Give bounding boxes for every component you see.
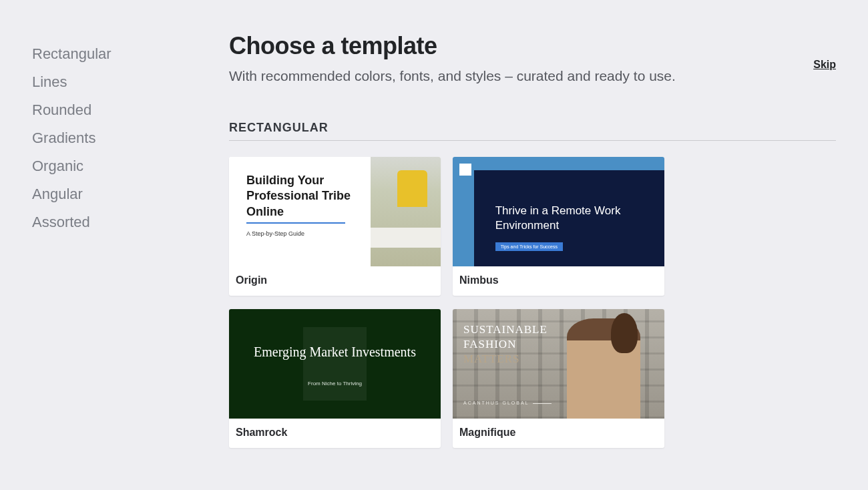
sidebar-item-lines[interactable]: Lines	[32, 68, 197, 96]
accent-block	[303, 327, 367, 401]
sidebar-item-organic[interactable]: Organic	[32, 152, 197, 180]
template-card-magnifique[interactable]: SUSTAINABLE FASHION MATTERS ACANTHUS GLO…	[453, 309, 664, 448]
template-card-nimbus[interactable]: Thrive in a Remote Work Environment Tips…	[453, 157, 664, 296]
sidebar-item-rectangular[interactable]: Rectangular	[32, 40, 197, 68]
page-title: Choose a template	[229, 32, 676, 60]
section-heading-rectangular: RECTANGULAR	[229, 121, 836, 135]
thumb-photo	[371, 157, 441, 266]
thumb-title: Building Your Professional Tribe Online	[246, 173, 371, 220]
page-subtitle: With recommended colors, fonts, and styl…	[229, 68, 676, 84]
section-divider	[229, 140, 836, 141]
template-name: Magnifique	[453, 419, 664, 448]
sidebar-item-assorted[interactable]: Assorted	[32, 208, 197, 236]
sidebar-item-gradients[interactable]: Gradients	[32, 124, 197, 152]
thumb-title: Emerging Market Investments	[254, 342, 416, 362]
thumb-title: SUSTAINABLE FASHION MATTERS	[463, 322, 548, 366]
thumb-title: Thrive in a Remote Work Environment	[495, 204, 664, 233]
template-thumbnail: SUSTAINABLE FASHION MATTERS ACANTHUS GLO…	[453, 309, 664, 419]
template-name: Nimbus	[453, 266, 664, 296]
thumb-tag: Tips and Tricks for Success	[495, 242, 563, 251]
thumb-subtitle: From Niche to Thriving	[308, 381, 362, 387]
template-grid: Building Your Professional Tribe Online …	[229, 157, 836, 448]
template-name: Shamrock	[229, 419, 441, 448]
template-name: Origin	[229, 266, 441, 296]
template-thumbnail: Emerging Market Investments From Niche t…	[229, 309, 441, 419]
sidebar-item-angular[interactable]: Angular	[32, 180, 197, 208]
thumb-brand: ACANTHUS GLOBAL	[463, 401, 552, 405]
template-thumbnail: Thrive in a Remote Work Environment Tips…	[453, 157, 664, 266]
accent-square	[459, 164, 471, 176]
template-card-origin[interactable]: Building Your Professional Tribe Online …	[229, 157, 441, 296]
thumb-subtitle: A Step-by-Step Guide	[246, 230, 371, 237]
template-thumbnail: Building Your Professional Tribe Online …	[229, 157, 441, 266]
template-card-shamrock[interactable]: Emerging Market Investments From Niche t…	[229, 309, 441, 448]
skip-link[interactable]: Skip	[813, 59, 836, 71]
sidebar-item-rounded[interactable]: Rounded	[32, 96, 197, 124]
main-content: Choose a template With recommended color…	[197, 0, 868, 490]
figure-hair	[611, 313, 638, 353]
category-sidebar: Rectangular Lines Rounded Gradients Orga…	[0, 0, 197, 490]
accent-underline	[246, 222, 345, 224]
